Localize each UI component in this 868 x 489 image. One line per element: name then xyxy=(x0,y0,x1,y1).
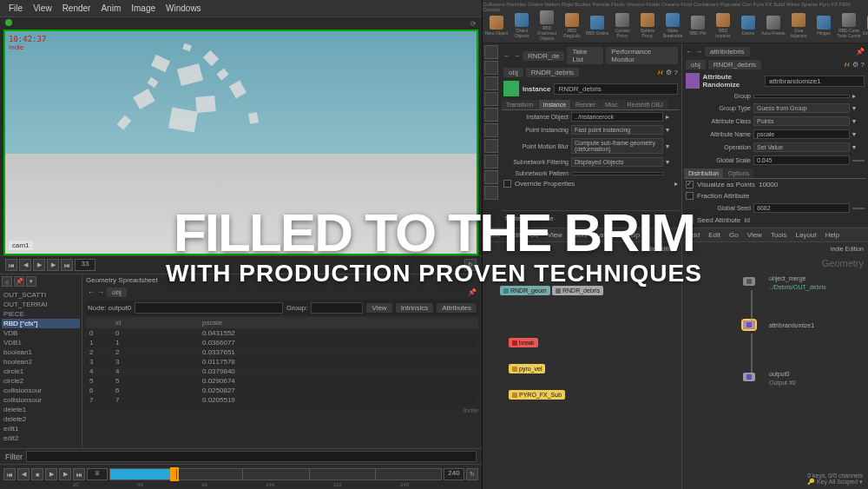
menu-file[interactable]: File xyxy=(9,3,23,13)
intrinsics-dropdown[interactable]: Intrinsics xyxy=(396,303,434,313)
global-seed-field[interactable]: 8682 xyxy=(753,203,850,213)
snap-tool-icon[interactable] xyxy=(484,123,498,137)
key-icon[interactable]: 🔑 xyxy=(807,479,815,485)
shelf-item[interactable]: Glue Adjacent xyxy=(786,10,811,41)
spreadsheet-row[interactable]: 770.0205519 xyxy=(86,395,478,405)
shelf-item[interactable]: Convex Proxy xyxy=(610,10,635,41)
tree-item[interactable]: OUT_TERRAI xyxy=(2,300,80,309)
tab-render[interactable]: Render xyxy=(571,100,600,109)
render-tool-icon[interactable] xyxy=(484,186,498,200)
shelf-item[interactable]: Auto-Freeze xyxy=(761,10,786,41)
first-frame-button[interactable]: ⏮ xyxy=(5,259,17,271)
viewport-3d[interactable]: 10:42:37 Indie cam1 xyxy=(3,30,478,255)
network-node[interactable]: pyro_vel xyxy=(509,364,545,373)
shelf-item[interactable]: Shard Objects xyxy=(510,10,534,41)
h-icon[interactable]: H xyxy=(845,61,850,69)
spreadsheet-breadcrumb[interactable]: ←→ obj 📌 xyxy=(86,286,478,299)
shelf-item[interactable]: Debris xyxy=(736,10,760,41)
menu-bar[interactable]: File View Render Anim Image Windows xyxy=(0,0,482,17)
subnet-pattern-field[interactable] xyxy=(571,172,663,175)
shelf-item[interactable]: Hero Object xyxy=(484,10,509,41)
spreadsheet-row[interactable]: 330.0117578 xyxy=(86,357,478,367)
menu-view[interactable]: View xyxy=(33,3,52,13)
shelf-item[interactable]: RBD Ragdolls xyxy=(560,10,584,41)
tab-distribution[interactable]: Distribution xyxy=(684,169,723,178)
shelf-item[interactable]: Sphere Proxy xyxy=(635,10,660,41)
shelf-item[interactable]: Drive Simul xyxy=(862,10,868,41)
breadcrumb[interactable]: obj RNDR_debris H ⚙ ? xyxy=(502,66,680,79)
tl-prev-button[interactable]: ◀ xyxy=(17,468,30,480)
spreadsheet-row[interactable]: 660.0250827 xyxy=(86,386,478,395)
tree-item[interactable]: OUT_SCATTI xyxy=(2,290,80,300)
tab-instance[interactable]: Instance xyxy=(539,100,570,109)
attr-class-dropdown[interactable]: Points xyxy=(753,116,850,126)
tree-item[interactable]: circle1 xyxy=(2,367,80,376)
tree-item[interactable]: edit2 xyxy=(2,433,80,443)
light-tool-icon[interactable] xyxy=(484,155,498,169)
picker-icon[interactable]: ▸ xyxy=(674,180,678,188)
tab-options[interactable]: Options xyxy=(724,169,753,178)
motion-blur-dropdown[interactable]: Compute sub-frame geometry (deformation) xyxy=(571,138,663,154)
network-node[interactable]: PYRO_FX_Sub xyxy=(509,390,565,400)
global-seed-slider[interactable] xyxy=(852,208,865,209)
rotate-tool-icon[interactable] xyxy=(484,76,498,90)
tab-transform[interactable]: Transform xyxy=(502,100,538,109)
subnet-filtering-dropdown[interactable]: Displayed Objects xyxy=(571,157,663,167)
picker-icon[interactable]: ▸ xyxy=(666,113,678,121)
tab-perfmon[interactable]: Performance Monitor xyxy=(606,47,678,64)
fraction-checkbox[interactable] xyxy=(686,192,694,200)
tree-item[interactable]: delete2 xyxy=(2,414,80,424)
tree-item[interactable]: boolean2 xyxy=(2,357,80,367)
spreadsheet-row[interactable]: 000.0431552 xyxy=(86,328,478,338)
node-name-field[interactable] xyxy=(765,76,865,87)
operation-dropdown[interactable]: Set Value xyxy=(753,142,850,152)
menu-anim[interactable]: Anim xyxy=(101,3,121,13)
shelf-item[interactable]: RBD Grains xyxy=(585,10,609,41)
network-left[interactable]: Add Edit Go View Tools Layout Help Indie… xyxy=(483,228,682,489)
group-field[interactable] xyxy=(311,302,363,314)
prev-frame-button[interactable]: ◀ xyxy=(19,259,31,271)
frame-number-field[interactable]: 33 xyxy=(75,259,95,271)
shelf-item[interactable]: RBD Cone Twist Constr xyxy=(837,10,861,41)
tl-current-frame[interactable]: 8 xyxy=(87,468,108,480)
instance-object-field[interactable]: ../instancerock xyxy=(571,112,663,122)
next-frame-button[interactable]: ▶ xyxy=(47,259,59,271)
shelf-item[interactable]: Hinges xyxy=(812,10,836,41)
h-icon[interactable]: H xyxy=(658,69,663,76)
select-tool-icon[interactable] xyxy=(484,45,498,59)
spreadsheet-row[interactable]: 550.0290674 xyxy=(86,376,478,386)
tree-item[interactable]: RBD ["cfx"] xyxy=(2,319,80,328)
visualize-checkbox[interactable] xyxy=(686,181,694,188)
visualize-field[interactable]: 10000 xyxy=(759,181,865,188)
help-icon[interactable]: ? xyxy=(861,61,865,69)
group-type-dropdown[interactable]: Guess from Group xyxy=(753,103,850,113)
network-node[interactable] xyxy=(743,373,755,381)
shelf-item[interactable]: Make Breakable xyxy=(661,10,685,41)
pin-icon[interactable]: 📌 xyxy=(468,288,477,296)
view-tool-icon[interactable] xyxy=(484,139,498,153)
spreadsheet-body[interactable]: 000.0431552110.0366077220.0337651330.011… xyxy=(86,328,478,405)
network-node-selected[interactable] xyxy=(743,320,755,329)
tree-home-icon[interactable]: ⌂ xyxy=(2,276,12,287)
shelf[interactable]: Collisions Particles Grains Vellum Rigid… xyxy=(483,0,868,43)
tl-last-button[interactable]: ⏭ xyxy=(73,468,85,480)
tl-next-button[interactable]: ▶ xyxy=(59,468,71,480)
tl-play-button[interactable]: ▶ xyxy=(45,468,57,480)
refresh-icon[interactable]: ⟳ xyxy=(470,20,477,28)
group-field[interactable] xyxy=(753,95,850,98)
filter-field[interactable] xyxy=(26,451,477,462)
timeline-track[interactable] xyxy=(109,468,442,480)
network-node[interactable]: break xyxy=(509,338,538,347)
picker-icon[interactable]: ▸ xyxy=(852,92,865,100)
tl-end-frame[interactable]: 240 xyxy=(444,468,464,480)
spreadsheet-row[interactable]: 110.0366077 xyxy=(86,338,478,347)
tree-item[interactable]: circle2 xyxy=(2,376,80,386)
shelf-item[interactable]: RBD Impacts xyxy=(711,10,735,41)
camera-tool-icon[interactable] xyxy=(484,170,498,184)
last-frame-button[interactable]: ⏭ xyxy=(61,259,73,271)
override-props-checkbox[interactable] xyxy=(503,180,511,188)
brush-tool-icon[interactable] xyxy=(484,108,498,122)
shelf-item[interactable]: RBD Fractured Objects xyxy=(535,10,559,41)
seed-attr-field[interactable]: Id xyxy=(744,216,865,224)
tree-item[interactable]: collisionsour xyxy=(2,395,80,405)
